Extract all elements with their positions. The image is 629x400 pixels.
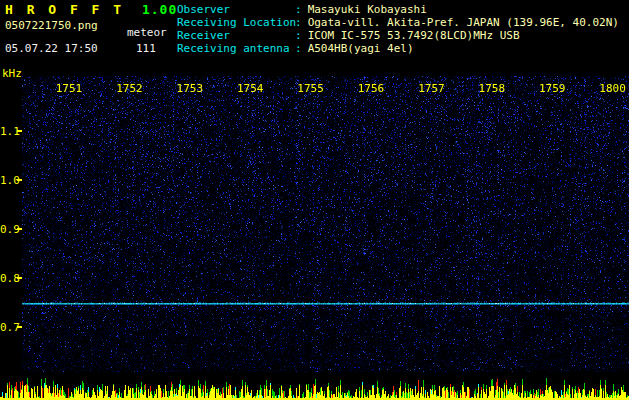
info-row-location: Receiving Location:Ogata-vill. Akita-Pre… [177,16,619,29]
info-label: Receiving Location [177,16,295,29]
info-value: ICOM IC-575 53.7492(8LCD)MHz USB [308,29,520,42]
hrofft-screen: H R O F F T 1.00 0507221750.png meteor 0… [0,0,629,400]
info-value: Ogata-vill. Akita-Pref. JAPAN (139.96E, … [308,16,619,29]
y-axis: kHz 1.11.00.90.80.7 [0,0,22,400]
title-line: H R O F F T 1.00 [5,2,177,17]
info-colon: : [295,16,302,29]
info-row-observer: Observer:Masayuki Kobayashi [177,3,619,16]
info-row-antenna: Receiving antenna:A504HB(yagi 4el) [177,42,619,55]
info-value: A504HB(yagi 4el) [308,42,414,55]
mode-label: meteor [127,26,167,39]
app-version: 1.00 [142,2,177,17]
info-colon: : [295,3,302,16]
info-label: Receiving antenna [177,42,295,55]
app-title: H R O F F T [5,2,124,17]
info-value: Masayuki Kobayashi [308,3,427,16]
signal-meter-canvas [0,377,629,400]
y-tick-label: 0.8 [0,272,15,285]
y-tick-label: 1.0 [0,174,15,187]
station-info: Observer:Masayuki Kobayashi Receiving Lo… [177,3,619,55]
y-tick-label: 0.9 [0,223,15,236]
spectrogram-canvas [22,76,629,372]
info-colon: : [295,29,302,42]
y-axis-unit: kHz [2,67,22,80]
count-label: 111 [136,42,156,55]
info-colon: : [295,42,302,55]
info-row-receiver: Receiver:ICOM IC-575 53.7492(8LCD)MHz US… [177,29,619,42]
y-tick-label: 0.7 [0,321,15,334]
info-label: Observer [177,3,295,16]
y-tick-label: 1.1 [0,125,15,138]
info-label: Receiver [177,29,295,42]
